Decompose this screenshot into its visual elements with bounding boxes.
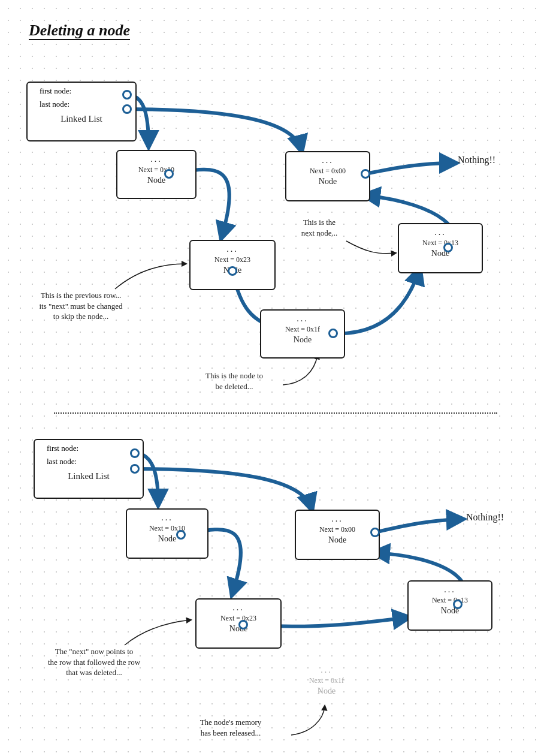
linked-list-label: Linked List (35, 466, 143, 485)
node-dots: ... (197, 600, 280, 613)
first-node-label: first node: (35, 440, 143, 453)
nothing-label-2: Nothing!! (466, 512, 504, 523)
node-label: Node (286, 177, 369, 189)
node-3-p1: ... Next = 0x23 Node (189, 240, 276, 290)
last-node-label: last node: (35, 453, 143, 466)
node-next: Next = 0x00 (296, 524, 379, 535)
annotation-previous-row: This is the previous row... its "next" m… (18, 290, 144, 322)
node-dots: ... (117, 151, 195, 164)
node-label: Node (117, 176, 195, 188)
node-dots: ... (127, 510, 207, 523)
node-2-p1: ... Next = 0x00 Node (285, 151, 370, 201)
node-dots: ... (191, 241, 274, 254)
linked-list-label: Linked List (28, 109, 135, 128)
node-next: Next = 0x10 (127, 523, 207, 534)
node-5-p2: ... Next = 0x13 Node (407, 580, 492, 631)
node-2-p2: ... Next = 0x00 Node (295, 510, 380, 560)
nothing-label-1: Nothing!! (458, 155, 495, 165)
node-label: Node (296, 535, 379, 547)
node-label: Node (282, 686, 371, 696)
linked-list-box-2: first node: last node: Linked List (34, 439, 144, 499)
node-next: Next = 0x1f (282, 675, 371, 686)
freed-node: ... Next = 0x1f Node (282, 665, 371, 696)
node-label: Node (127, 534, 207, 546)
node-label: Node (409, 606, 491, 618)
annotation-now-points: The "next" now points to the row that fo… (25, 646, 163, 678)
linked-list-box-1: first node: last node: Linked List (26, 82, 137, 141)
node-dots: ... (296, 511, 379, 524)
node-dots: ... (286, 152, 369, 165)
node-next: Next = 0x13 (409, 595, 491, 606)
node-1-p2: ... Next = 0x10 Node (126, 508, 208, 559)
node-5-p1: ... Next = 0x13 Node (398, 223, 483, 273)
last-node-label: last node: (28, 96, 135, 109)
node-dots: ... (399, 224, 482, 237)
node-dots: ... (409, 582, 491, 595)
node-1-p1: ... Next = 0x10 Node (116, 150, 197, 199)
node-next: Next = 0x23 (191, 254, 274, 266)
annotation-to-delete: This is the node to be deleted... (177, 371, 291, 391)
node-next: Next = 0x00 (286, 165, 369, 177)
node-next: Next = 0x13 (399, 237, 482, 249)
node-label: Node (399, 249, 482, 261)
first-node-label: first node: (28, 83, 135, 96)
node-dots: ... (261, 311, 344, 324)
panel-divider (54, 412, 497, 414)
annotation-next-node: This is the next node... (286, 217, 352, 238)
node-next: Next = 0x10 (117, 164, 195, 176)
node-dots: ... (282, 665, 371, 675)
annotation-memory-released: The node's memory has been released... (174, 717, 288, 738)
